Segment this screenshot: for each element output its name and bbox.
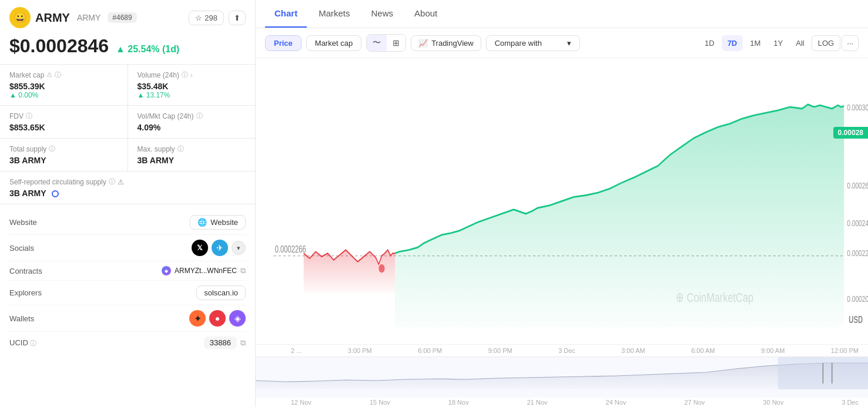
mini-chart-area[interactable] xyxy=(256,356,868,398)
socials-value: 𝕏 ✈ ▾ xyxy=(192,240,246,256)
info-icon-volmkt: ⓘ xyxy=(196,112,203,120)
copy-contract-icon[interactable]: ⧉ xyxy=(240,266,246,275)
time-1d-button[interactable]: 1D xyxy=(699,35,720,51)
wallets-row: Wallets ✦ ● ◈ xyxy=(9,305,246,332)
tab-about[interactable]: About xyxy=(405,0,447,28)
warning-icon-circ: ⚠ xyxy=(118,178,124,186)
current-price-tag: 0.00028 xyxy=(833,127,868,139)
total-supply-cell: Total supply ⓘ 3B ARMY xyxy=(0,139,128,171)
wallets-label: Wallets xyxy=(9,314,34,323)
mini-x-label-0: 12 Nov xyxy=(291,399,311,406)
socials-expand-button[interactable]: ▾ xyxy=(232,241,246,255)
coin-header: 😀 ARMY ARMY #4689 ☆ 298 ⬆ xyxy=(0,0,255,33)
time-1y-button[interactable]: 1Y xyxy=(768,35,789,51)
ucid-label: UCID ⓘ xyxy=(9,338,36,348)
mini-x-label-7: 3 Dec xyxy=(842,399,859,406)
trading-view-button[interactable]: 📈 TradingView xyxy=(411,35,481,51)
info-icon-total: ⓘ xyxy=(49,144,55,153)
vol-mkt-label: Vol/Mkt Cap (24h) ⓘ xyxy=(138,112,246,120)
star-icon: ☆ xyxy=(195,14,202,22)
mini-x-label-3: 21 Nov xyxy=(527,399,548,406)
wallet-icon-1[interactable]: ✦ xyxy=(189,310,206,327)
left-panel: 😀 ARMY ARMY #4689 ☆ 298 ⬆ $0.0002846 ▲ 2… xyxy=(0,0,256,407)
contract-address: ARMYZt...WNnFEC xyxy=(175,267,237,275)
ucid-number: 33886 xyxy=(204,337,237,349)
twitter-icon[interactable]: 𝕏 xyxy=(192,240,208,256)
x-label-4: 3 Dec xyxy=(558,347,575,354)
explorers-row: Explorers solscan.io xyxy=(9,281,246,305)
contracts-value: ◆ ARMYZt...WNnFEC ⧉ xyxy=(162,266,246,275)
socials-row: Socials 𝕏 ✈ ▾ xyxy=(9,235,246,261)
info-icon-max: ⓘ xyxy=(177,144,184,153)
globe-icon: 🌐 xyxy=(197,218,207,227)
star-button[interactable]: ☆ 298 xyxy=(189,11,224,25)
chart-type-buttons: 〜 ⊞ xyxy=(366,34,406,52)
website-value: 🌐 Website xyxy=(190,215,246,230)
ucid-row: UCID ⓘ 33886 ⧉ xyxy=(9,332,246,354)
info-icon-volume: ⓘ xyxy=(182,70,188,79)
tab-chart[interactable]: Chart xyxy=(265,0,307,28)
chart-svg-container: 0.0002266 0.00030 0.00028 0.00026 0.0002… xyxy=(256,58,868,344)
price-chart-svg: 0.0002266 0.00030 0.00028 0.00026 0.0002… xyxy=(256,58,868,344)
share-button[interactable]: ⬆ xyxy=(229,11,246,25)
star-count: 298 xyxy=(205,14,217,22)
price-change: ▲ 25.54% (1d) xyxy=(116,44,179,54)
chevron-down-icon: ▾ xyxy=(567,39,571,48)
price-button[interactable]: Price xyxy=(265,35,301,51)
x-label-2: 6:00 PM xyxy=(418,347,442,354)
links-section: Website 🌐 Website Socials 𝕏 ✈ ▾ Contract… xyxy=(0,204,255,359)
svg-text:0.00020: 0.00020 xyxy=(847,295,868,304)
fdv-label: FDV ⓘ xyxy=(9,112,118,120)
arrow-icon-volume[interactable]: › xyxy=(190,72,193,79)
circle-indicator xyxy=(52,190,59,197)
contracts-label: Contracts xyxy=(9,267,42,275)
market-cap-label: Market cap ⚠ ⓘ xyxy=(9,70,118,79)
x-label-7: 9:00 AM xyxy=(761,347,785,354)
compare-with-button[interactable]: Compare with ▾ xyxy=(486,35,580,51)
x-label-0: 2 ... xyxy=(291,347,301,354)
volume-cell: Volume (24h) ⓘ › $35.48K ▲ 13.17% xyxy=(128,65,256,105)
copy-ucid-icon[interactable]: ⧉ xyxy=(240,338,246,348)
coin-identity: 😀 ARMY ARMY #4689 xyxy=(9,7,137,28)
wallet-icon-2[interactable]: ● xyxy=(209,310,226,327)
more-button[interactable]: ··· xyxy=(842,35,859,51)
time-7d-button[interactable]: 7D xyxy=(722,35,743,51)
x-label-3: 9:00 PM xyxy=(488,347,512,354)
svg-text:⊕ CoinMarketCap: ⊕ CoinMarketCap xyxy=(676,290,753,305)
chart-controls: Price Market cap 〜 ⊞ 📈 TradingView Compa… xyxy=(256,28,868,58)
tab-markets[interactable]: Markets xyxy=(309,0,359,28)
svg-text:0.0002266: 0.0002266 xyxy=(275,244,306,254)
vol-mkt-value: 4.09% xyxy=(138,123,246,132)
explorers-label: Explorers xyxy=(9,288,42,297)
explorer-button[interactable]: solscan.io xyxy=(196,285,246,300)
time-all-button[interactable]: All xyxy=(790,35,810,51)
share-icon: ⬆ xyxy=(234,14,240,22)
mini-x-label-5: 27 Nov xyxy=(684,399,705,406)
log-button[interactable]: LOG xyxy=(812,35,840,51)
max-supply-value: 3B ARMY xyxy=(138,156,246,165)
line-chart-button[interactable]: 〜 xyxy=(367,35,387,51)
svg-text:0.00024: 0.00024 xyxy=(847,219,868,228)
website-button[interactable]: 🌐 Website xyxy=(190,215,246,230)
volume-label: Volume (24h) ⓘ › xyxy=(138,70,246,79)
warning-icon: ⚠ xyxy=(46,71,52,79)
coin-logo: 😀 xyxy=(9,7,31,28)
website-label: Website xyxy=(9,218,37,227)
market-cap-button[interactable]: Market cap xyxy=(306,35,361,51)
mini-x-label-1: 15 Nov xyxy=(370,399,390,406)
telegram-icon[interactable]: ✈ xyxy=(212,240,228,256)
wallet-icon-3[interactable]: ◈ xyxy=(229,310,246,327)
website-row: Website 🌐 Website xyxy=(9,210,246,235)
volume-value: $35.48K xyxy=(138,82,246,91)
info-icon-circ: ⓘ xyxy=(109,177,115,186)
mini-x-label-4: 24 Nov xyxy=(606,399,626,406)
mini-chart-svg xyxy=(256,357,868,389)
tab-news[interactable]: News xyxy=(362,0,403,28)
volume-change: ▲ 13.17% xyxy=(138,91,246,99)
market-cap-change: ▲ 0.00% xyxy=(9,91,118,99)
candle-chart-button[interactable]: ⊞ xyxy=(387,35,405,51)
time-1m-button[interactable]: 1M xyxy=(744,35,766,51)
circulating-supply-label: Self-reported circulating supply ⓘ ⚠ xyxy=(9,177,246,186)
x-label-6: 6:00 AM xyxy=(691,347,715,354)
mini-x-label-2: 18 Nov xyxy=(448,399,469,406)
